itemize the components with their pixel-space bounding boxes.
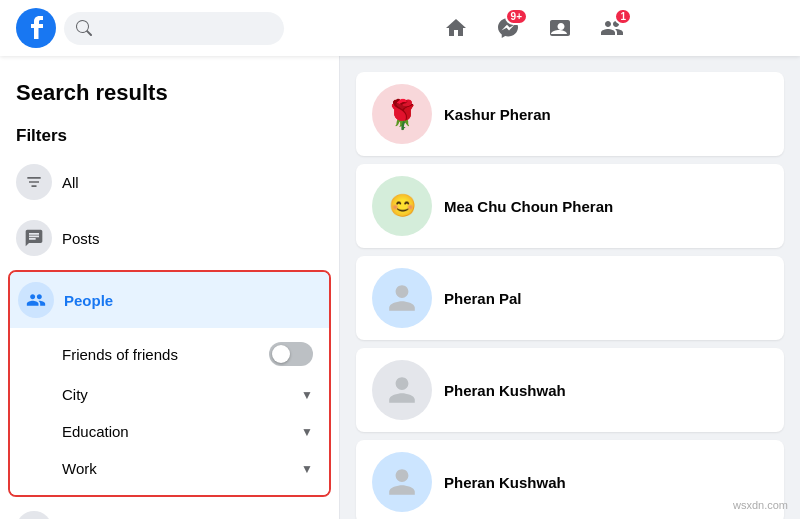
- home-icon: [444, 16, 468, 40]
- people-label: People: [64, 292, 113, 309]
- work-label: Work: [62, 460, 97, 477]
- education-chevron: ▼: [301, 425, 313, 439]
- people-header[interactable]: People: [10, 272, 329, 328]
- friends-of-friends-label: Friends of friends: [62, 346, 178, 363]
- result-card-4[interactable]: Pheran Kushwah: [356, 348, 784, 432]
- education-row[interactable]: Education ▼: [10, 413, 329, 450]
- avatar-1: 🌹: [372, 84, 432, 144]
- result-name-2: Mea Chu Choun Pheran: [444, 198, 613, 215]
- education-label: Education: [62, 423, 129, 440]
- result-card-2[interactable]: 😊 Mea Chu Choun Pheran: [356, 164, 784, 248]
- sidebar: Search results Filters All Posts People: [0, 56, 340, 519]
- search-input[interactable]: pheran: [100, 20, 260, 37]
- search-icon: [76, 20, 92, 36]
- work-chevron: ▼: [301, 462, 313, 476]
- filter-icon-photos: [16, 511, 52, 519]
- city-row[interactable]: City ▼: [10, 376, 329, 413]
- friends-badge: 1: [614, 8, 632, 25]
- filter-item-photos[interactable]: Photos: [8, 501, 331, 519]
- avatar-3: [372, 268, 432, 328]
- avatar-4: [372, 360, 432, 420]
- result-name-5: Pheran Kushwah: [444, 474, 566, 491]
- filter-icon-all: [16, 164, 52, 200]
- people-section: People Friends of friends City ▼ Educati…: [8, 270, 331, 497]
- result-card-3[interactable]: Pheran Pal: [356, 256, 784, 340]
- filter-icon-people: [18, 282, 54, 318]
- marketplace-button[interactable]: [536, 4, 584, 52]
- filters-label: Filters: [8, 118, 331, 154]
- city-chevron: ▼: [301, 388, 313, 402]
- results-area: 🌹 Kashur Pheran 😊 Mea Chu Choun Pheran P…: [340, 56, 800, 519]
- messenger-button[interactable]: 9+: [484, 4, 532, 52]
- home-button[interactable]: [432, 4, 480, 52]
- facebook-logo[interactable]: [16, 8, 56, 48]
- filter-label-posts: Posts: [62, 230, 100, 247]
- friends-of-friends-row: Friends of friends: [10, 332, 329, 376]
- messenger-badge: 9+: [505, 8, 528, 25]
- marketplace-icon: [548, 16, 572, 40]
- result-card-5[interactable]: Pheran Kushwah: [356, 440, 784, 519]
- friends-button[interactable]: 1: [588, 4, 636, 52]
- sidebar-title: Search results: [8, 72, 331, 118]
- main-layout: Search results Filters All Posts People: [0, 56, 800, 519]
- result-card-1[interactable]: 🌹 Kashur Pheran: [356, 72, 784, 156]
- filter-item-posts[interactable]: Posts: [8, 210, 331, 266]
- filter-icon-posts: [16, 220, 52, 256]
- watermark: wsxdn.com: [733, 499, 788, 511]
- nav-center: 9+ 1: [432, 4, 636, 52]
- work-row[interactable]: Work ▼: [10, 450, 329, 487]
- result-name-3: Pheran Pal: [444, 290, 522, 307]
- search-box[interactable]: pheran: [64, 12, 284, 45]
- result-name-1: Kashur Pheran: [444, 106, 551, 123]
- filter-label-all: All: [62, 174, 79, 191]
- filter-item-all[interactable]: All: [8, 154, 331, 210]
- nav-left: pheran: [16, 8, 284, 48]
- people-subfilters: Friends of friends City ▼ Education ▼ Wo…: [10, 328, 329, 495]
- avatar-5: [372, 452, 432, 512]
- top-navigation: pheran 9+ 1: [0, 0, 800, 56]
- city-label: City: [62, 386, 88, 403]
- avatar-2: 😊: [372, 176, 432, 236]
- friends-of-friends-toggle[interactable]: [269, 342, 313, 366]
- result-name-4: Pheran Kushwah: [444, 382, 566, 399]
